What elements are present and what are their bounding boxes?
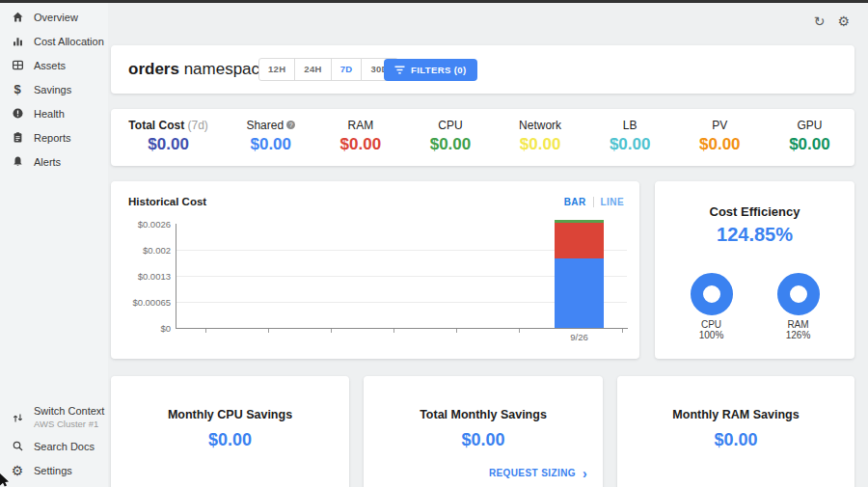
- metric-cpu: CPU $0.00: [405, 109, 495, 166]
- metric-value: $0.00: [585, 135, 675, 154]
- search-icon: [11, 440, 24, 453]
- time-range-7d[interactable]: 7D: [331, 58, 363, 81]
- toggle-line[interactable]: LINE: [601, 197, 624, 207]
- filter-funnel-icon: [394, 66, 405, 74]
- sidebar-item-health[interactable]: Health: [0, 101, 108, 125]
- refresh-icon[interactable]: ↻: [814, 14, 826, 29]
- metric-value: $0.00: [496, 135, 585, 154]
- y-tick-label: $0.00065: [111, 297, 171, 308]
- dollar-icon: $: [11, 83, 24, 96]
- metric-ram: RAM $0.00: [315, 109, 405, 166]
- sidebar-item-cost-allocation[interactable]: Cost Allocation: [0, 29, 108, 53]
- metric-value: $0.00: [675, 135, 765, 154]
- header-card: orders namespace 12H 24H 7D 30D FILTERS …: [111, 45, 854, 94]
- time-range-12h[interactable]: 12H: [258, 58, 295, 81]
- sidebar-item-label: Settings: [34, 465, 72, 476]
- sidebar-item-switch-context[interactable]: Switch Context AWS Cluster #1: [0, 401, 108, 434]
- sidebar-item-label: Assets: [34, 60, 66, 71]
- clipboard-icon: [11, 131, 24, 145]
- sidebar-item-assets[interactable]: Assets: [0, 53, 108, 77]
- bell-icon: [11, 155, 24, 169]
- card-value: $0.00: [364, 430, 603, 450]
- page-title: orders namespace: [128, 45, 269, 94]
- cost-efficiency-card: Cost Efficiency 124.85% CPU 100% RAM 126…: [655, 181, 854, 359]
- time-range-group: 12H 24H 7D 30D: [258, 58, 398, 81]
- sidebar-item-alerts[interactable]: Alerts: [0, 149, 108, 174]
- sidebar-item-label: Alerts: [34, 156, 61, 168]
- card-value: $0.00: [111, 430, 349, 450]
- namespace-type-label: namespace: [179, 60, 269, 78]
- metric-gpu: GPU $0.00: [765, 109, 854, 166]
- card-value: $0.00: [617, 430, 854, 450]
- efficiency-title: Cost Efficiency: [655, 204, 854, 219]
- sidebar-item-overview[interactable]: Overview: [0, 5, 108, 29]
- metric-lb: LB $0.00: [585, 109, 675, 166]
- y-tick-label: $0.002: [111, 245, 171, 256]
- historical-cost-card: Historical Cost BAR LINE $0.0026 $0.002 …: [111, 181, 639, 359]
- total-monthly-savings-card: Total Monthly Savings $0.00 REQUEST SIZI…: [364, 376, 603, 487]
- y-axis: [176, 224, 176, 329]
- metric-value: $0.00: [111, 135, 226, 154]
- chevron-right-icon: ›: [583, 469, 587, 478]
- time-range-24h[interactable]: 24H: [294, 58, 331, 81]
- alert-circle-icon: [11, 107, 24, 121]
- settings-gear-icon[interactable]: ⚙: [837, 14, 850, 29]
- metric-pv: PV $0.00: [675, 109, 765, 166]
- stacked-bar: [555, 220, 604, 328]
- chart-title: Historical Cost: [128, 196, 206, 207]
- sidebar: Overview Cost Allocation Assets $ Saving…: [0, 3, 108, 487]
- sidebar-item-label: Reports: [34, 132, 71, 144]
- bar-segment-blue-segment: [555, 258, 604, 328]
- namespace-name: orders: [128, 60, 179, 78]
- sidebar-item-reports[interactable]: Reports: [0, 125, 108, 149]
- swap-arrows-icon: [11, 411, 24, 424]
- bar-chart-icon: [11, 35, 24, 48]
- x-tick-label: 9/26: [555, 332, 604, 342]
- donut-ring: [777, 273, 820, 315]
- x-axis: [176, 328, 628, 329]
- sidebar-item-savings[interactable]: $ Savings: [0, 77, 108, 101]
- metric-value: $0.00: [226, 135, 315, 154]
- topbar-actions: ↻ ⚙: [814, 14, 850, 29]
- grid-icon: [11, 59, 24, 72]
- efficiency-value: 124.85%: [655, 224, 854, 246]
- sidebar-item-label: Search Docs: [34, 441, 95, 452]
- sidebar-item-label: Overview: [34, 12, 78, 23]
- sidebar-item-settings[interactable]: ⚙ Settings: [0, 458, 108, 482]
- metric-network: Network $0.00: [496, 109, 585, 166]
- sidebar-item-label: Cost Allocation: [34, 36, 104, 47]
- mouse-cursor: [0, 473, 11, 487]
- card-title: Monthly CPU Savings: [111, 408, 349, 421]
- metric-value: $0.00: [765, 135, 854, 154]
- metric-shared: Shared? $0.00: [226, 109, 315, 166]
- cost-summary-card: Total Cost (7d) $0.00 Shared? $0.00 RAM …: [111, 109, 854, 166]
- sidebar-item-label: Health: [34, 108, 65, 120]
- donut-ring: [691, 273, 733, 315]
- home-icon: [11, 11, 24, 24]
- info-icon[interactable]: ?: [286, 121, 295, 129]
- cpu-efficiency-gauge: CPU 100%: [677, 273, 746, 340]
- monthly-cpu-savings-card: Monthly CPU Savings $0.00: [111, 376, 349, 487]
- filters-button[interactable]: FILTERS (0): [384, 59, 477, 81]
- gear-icon: ⚙: [11, 464, 24, 477]
- metric-value: $0.00: [405, 135, 495, 154]
- sidebar-item-label: Switch Context: [34, 405, 104, 419]
- toggle-bar[interactable]: BAR: [564, 197, 586, 207]
- metric-value: $0.00: [315, 135, 405, 154]
- cluster-context-label: AWS Cluster #1: [34, 419, 104, 430]
- sidebar-item-search-docs[interactable]: Search Docs: [0, 434, 108, 458]
- filters-label: FILTERS (0): [411, 65, 467, 75]
- y-tick-label: $0: [111, 323, 171, 334]
- monthly-ram-savings-card: Monthly RAM Savings $0.00: [617, 376, 854, 487]
- top-strip: [0, 0, 868, 3]
- request-sizing-link[interactable]: REQUEST SIZING ›: [489, 468, 587, 478]
- ram-efficiency-gauge: RAM 126%: [764, 273, 833, 340]
- card-title: Total Monthly Savings: [364, 408, 603, 421]
- card-title: Monthly RAM Savings: [617, 408, 854, 421]
- metric-total-cost: Total Cost (7d) $0.00: [111, 109, 226, 166]
- chart-type-toggle: BAR LINE: [564, 197, 624, 207]
- bar-segment-red-segment: [555, 223, 604, 258]
- y-tick-label: $0.0013: [111, 271, 171, 282]
- sidebar-item-label: Savings: [34, 84, 71, 95]
- y-tick-label: $0.0026: [111, 219, 171, 230]
